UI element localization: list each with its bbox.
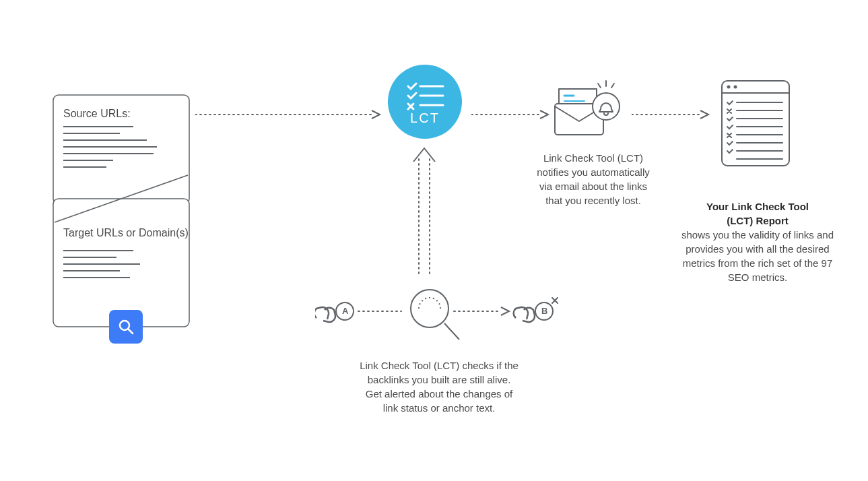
notify-caption-l2: notifies you automatically — [537, 166, 650, 178]
report-caption: Your Link Check Tool (LCT) Report shows … — [673, 199, 842, 284]
svg-line-47 — [444, 323, 459, 340]
search-icon — [117, 318, 135, 335]
report-caption-l4: SEO metrics. — [728, 271, 787, 283]
svg-line-16 — [129, 329, 133, 334]
check-caption-l1: Link Check Tool (LCT) checks if the — [360, 360, 519, 371]
report-icon — [721, 79, 791, 167]
notify-caption-l3: via email about the links — [539, 181, 647, 192]
link-a-label: A — [342, 306, 348, 316]
report-caption-l2: provides you with all the desired — [686, 243, 829, 255]
lct-diagram: Source URLs: Target URLs or Domain(s) — [0, 0, 868, 481]
notify-caption-l4: that you recently lost. — [545, 195, 641, 206]
search-button[interactable] — [109, 310, 143, 344]
report-card — [721, 79, 791, 167]
lct-badge-text: LCT — [388, 110, 462, 126]
link-check-row: A B — [315, 288, 564, 345]
target-urls-label: Target URLs or Domain(s) — [63, 227, 189, 239]
link-b-label: B — [541, 306, 547, 316]
check-caption-l3: Get alerted about the changes of — [366, 388, 513, 399]
svg-line-24 — [611, 84, 614, 88]
svg-point-46 — [411, 290, 448, 327]
arrow-input-to-lct-icon — [195, 108, 384, 121]
lct-badge: LCT — [388, 65, 462, 139]
report-caption-l1: shows you the validity of links and — [681, 229, 834, 241]
arrow-lct-to-mail-icon — [471, 108, 552, 121]
source-urls-label: Source URLs: — [63, 108, 131, 120]
mail-bell-icon — [554, 79, 628, 140]
svg-rect-1 — [53, 199, 189, 327]
report-caption-l3: metrics from the rich set of the 97 — [683, 257, 833, 269]
svg-point-32 — [727, 86, 731, 89]
notify-caption-l1: Link Check Tool (LCT) — [543, 152, 643, 164]
input-card-svg — [53, 94, 190, 330]
mail-notify — [554, 79, 628, 140]
checklist-icon — [388, 65, 462, 139]
svg-point-33 — [734, 86, 737, 89]
input-card: Source URLs: Target URLs or Domain(s) — [53, 94, 190, 330]
check-caption: Link Check Tool (LCT) checks if the back… — [345, 358, 533, 415]
arrow-check-to-lct-icon — [411, 146, 438, 280]
link-check-row-svg — [315, 288, 564, 345]
check-caption-l2: backlinks you built are still alive. — [368, 374, 511, 385]
report-title-l1: Your Link Check Tool — [706, 201, 809, 212]
notify-caption: Link Check Tool (LCT) notifies you autom… — [529, 151, 657, 207]
svg-line-23 — [598, 84, 601, 88]
report-title-l2: (LCT) Report — [727, 215, 789, 226]
check-caption-l4: link status or anchor text. — [383, 402, 496, 414]
arrow-mail-to-report-icon — [632, 108, 712, 121]
